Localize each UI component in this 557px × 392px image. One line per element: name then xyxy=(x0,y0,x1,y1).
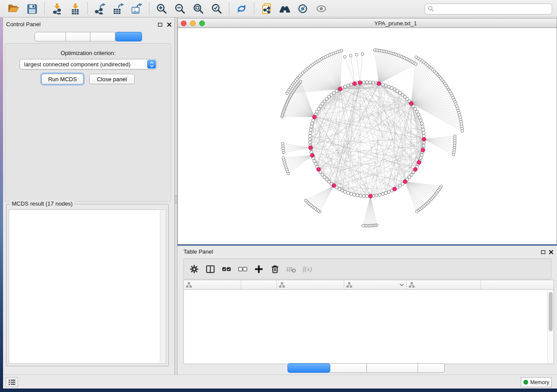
tab-edge-table[interactable] xyxy=(330,363,367,373)
column-header-MCDS-role[interactable] xyxy=(277,280,344,289)
add-icon[interactable] xyxy=(251,261,266,276)
select-all-boxes-icon[interactable] xyxy=(219,261,234,276)
float-table-panel-icon[interactable] xyxy=(540,249,546,255)
toolbar-separator xyxy=(229,3,229,15)
column-header-name[interactable] xyxy=(241,280,277,289)
close-panel-button[interactable]: Close panel xyxy=(89,74,135,84)
toolbar-separator xyxy=(87,3,88,15)
main-toolbar xyxy=(0,0,557,17)
column-header-successor-nodes[interactable] xyxy=(344,280,407,289)
table-row[interactable] xyxy=(184,346,547,353)
optimization-criterion-label: Optimization criterion: xyxy=(5,50,171,56)
toolbar-separator xyxy=(44,3,45,15)
tab-node-table[interactable] xyxy=(287,363,330,373)
zoom-in-icon[interactable] xyxy=(154,2,169,16)
delete-table-icon xyxy=(284,261,298,276)
table-row[interactable] xyxy=(184,304,547,311)
split-columns-icon[interactable] xyxy=(203,261,218,276)
table-row[interactable] xyxy=(184,290,547,297)
table-row[interactable] xyxy=(184,339,547,346)
desktop: Control Panel Optimization criterion: la… xyxy=(0,0,557,392)
shared-column-icon xyxy=(409,282,415,288)
desktop-wallpaper-strip xyxy=(0,389,557,392)
export-image-icon[interactable] xyxy=(129,2,144,16)
table-row[interactable] xyxy=(184,318,547,325)
control-panel-tabs xyxy=(35,32,142,41)
memory-status-icon xyxy=(523,380,528,385)
show-eye-icon[interactable] xyxy=(314,2,329,16)
zoom-selected-icon[interactable] xyxy=(209,2,224,16)
sort-desc-icon xyxy=(399,283,404,287)
deselect-all-boxes-icon[interactable] xyxy=(235,261,250,276)
toolbar-icons xyxy=(4,2,331,16)
zoom-fit-icon[interactable] xyxy=(191,2,206,16)
network-canvas[interactable] xyxy=(178,28,557,244)
table-panel-title: Table Panel xyxy=(183,248,213,255)
table-row[interactable] xyxy=(184,297,547,304)
status-bar: Memory xyxy=(3,375,557,389)
mcds-result-list xyxy=(9,210,166,364)
function-fx-icon: f(x) xyxy=(300,261,315,276)
list-icon xyxy=(8,379,16,385)
mcds-panel: Optimization criterion: largest connecte… xyxy=(5,43,171,202)
table-row[interactable] xyxy=(184,311,547,318)
table-panel: Table Panel f(x) xyxy=(177,246,557,375)
column-header-shared-name[interactable] xyxy=(184,280,241,289)
criterion-selected-value: largest connected component (undirected) xyxy=(24,61,131,68)
close-table-panel-icon[interactable] xyxy=(548,249,554,255)
mcds-result-group: MCDS result (17 nodes) xyxy=(6,204,169,366)
table-row[interactable] xyxy=(184,353,547,360)
column-header-empty xyxy=(481,280,554,289)
criterion-select[interactable]: largest connected component (undirected) xyxy=(20,59,157,69)
float-panel-icon[interactable] xyxy=(157,21,163,28)
trash-icon[interactable] xyxy=(267,261,282,276)
shared-column-icon xyxy=(186,282,192,288)
svg-text:f(x): f(x) xyxy=(302,265,311,273)
network-view[interactable] xyxy=(177,28,557,244)
gear-icon[interactable] xyxy=(187,261,201,276)
memory-label: Memory xyxy=(530,379,549,385)
table-scrollbar[interactable] xyxy=(547,290,554,364)
chevron-updown-icon xyxy=(147,60,156,69)
tab-network[interactable] xyxy=(35,32,66,41)
hide-eye-icon[interactable] xyxy=(296,2,311,16)
node-table xyxy=(183,280,554,364)
clone-network-icon[interactable] xyxy=(259,2,274,16)
import-table-icon[interactable] xyxy=(68,2,83,16)
export-network-icon[interactable] xyxy=(93,2,107,16)
export-table-icon[interactable] xyxy=(111,2,126,16)
zoom-out-icon[interactable] xyxy=(173,2,187,16)
scrollbar-thumb[interactable] xyxy=(549,292,553,331)
toolbar-separator xyxy=(149,3,149,15)
table-header xyxy=(184,280,554,290)
mcds-list-scrollbar[interactable] xyxy=(160,210,165,363)
control-panel-title: Control Panel xyxy=(6,21,41,28)
search-binoculars-icon[interactable] xyxy=(277,2,292,16)
close-panel-icon[interactable] xyxy=(166,21,172,28)
table-row[interactable] xyxy=(184,332,547,339)
column-header-predecessor-nodes[interactable] xyxy=(407,280,481,289)
tab-motifs[interactable] xyxy=(418,363,445,373)
tab-network-table[interactable] xyxy=(367,363,418,373)
table-row[interactable] xyxy=(184,325,547,332)
refresh-icon[interactable] xyxy=(234,2,249,16)
run-mcds-button[interactable]: Run MCDS xyxy=(42,74,83,84)
open-folder-icon[interactable] xyxy=(6,2,21,16)
task-history-button[interactable] xyxy=(6,377,18,387)
network-window: YPA_prune.txt_1 xyxy=(177,17,557,244)
network-window-titlebar[interactable]: YPA_prune.txt_1 xyxy=(177,18,557,28)
shared-column-icon xyxy=(279,282,285,288)
table-body xyxy=(184,290,547,364)
memory-button[interactable]: Memory xyxy=(521,377,552,387)
shared-column-icon xyxy=(346,282,352,288)
tab-style[interactable] xyxy=(66,32,90,41)
toolbar-separator xyxy=(254,3,254,15)
search-input[interactable] xyxy=(425,3,552,14)
import-network-icon[interactable] xyxy=(49,2,64,16)
save-icon[interactable] xyxy=(24,2,39,16)
table-toolbar: f(x) xyxy=(183,258,551,279)
tab-mcds[interactable] xyxy=(115,32,142,41)
mcds-result-title: MCDS result (17 nodes) xyxy=(10,200,74,207)
control-panel: Control Panel Optimization criterion: la… xyxy=(3,17,175,375)
tab-select[interactable] xyxy=(90,32,115,41)
